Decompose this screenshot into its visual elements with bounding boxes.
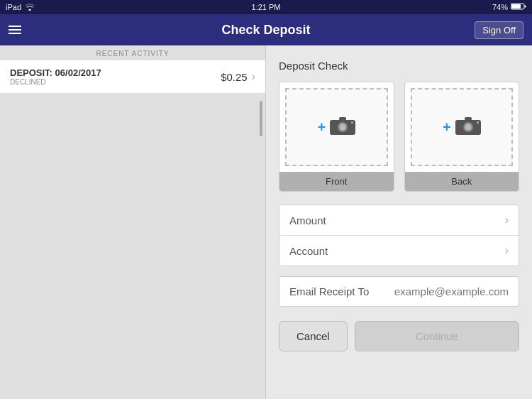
svg-rect-11 xyxy=(465,117,472,121)
chevron-right-icon: › xyxy=(252,70,255,83)
back-photo-card[interactable]: + Back xyxy=(404,82,520,192)
right-panel: Deposit Check + xyxy=(266,45,532,399)
account-chevron-icon: › xyxy=(505,244,509,257)
back-upload-area[interactable]: + xyxy=(411,88,514,166)
plus-icon: + xyxy=(317,119,326,136)
menu-button[interactable] xyxy=(9,26,21,34)
cancel-button[interactable]: Cancel xyxy=(279,321,348,351)
svg-rect-6 xyxy=(339,117,346,121)
continue-button[interactable]: Continue xyxy=(355,321,519,351)
deposit-text: DEPOSIT: xyxy=(10,67,52,78)
back-label: Back xyxy=(405,172,519,191)
fields-group: Amount › Account › xyxy=(279,204,519,266)
back-camera-icon xyxy=(455,115,481,140)
front-label: Front xyxy=(279,172,394,191)
deposit-date: 06/02/2017 xyxy=(55,67,101,78)
email-field[interactable]: Email Receipt To xyxy=(279,276,519,307)
main-layout: RECENT ACTIVITY DEPOSIT: 06/02/2017 DECL… xyxy=(0,45,532,399)
photo-row: + Front xyxy=(279,82,519,192)
action-row: Cancel Continue xyxy=(279,321,519,351)
activity-item[interactable]: DEPOSIT: 06/02/2017 DECLINED $0.25 › xyxy=(0,60,265,94)
carrier-label: iPad xyxy=(6,3,21,11)
status-right: 74% xyxy=(492,3,526,11)
signoff-button[interactable]: Sign Off xyxy=(475,21,523,39)
deposit-check-title: Deposit Check xyxy=(279,60,519,72)
activity-status: DECLINED xyxy=(10,78,101,86)
front-upload-area[interactable]: + xyxy=(285,88,388,166)
amount-chevron-icon: › xyxy=(505,214,509,226)
status-time: 1:21 PM xyxy=(252,3,281,11)
email-input[interactable] xyxy=(369,285,509,297)
recent-activity-header: RECENT ACTIVITY xyxy=(0,45,265,60)
battery-icon xyxy=(511,3,526,11)
back-photo-icon: + xyxy=(443,115,481,140)
wifi-icon xyxy=(24,2,35,12)
account-label: Account xyxy=(289,245,328,257)
account-field[interactable]: Account › xyxy=(279,236,519,266)
activity-amount: $0.25 xyxy=(221,71,248,83)
svg-rect-2 xyxy=(511,4,521,9)
battery-percent: 74% xyxy=(492,3,508,11)
page-title: Check Deposit xyxy=(221,23,310,38)
status-left: iPad xyxy=(6,2,35,12)
camera-icon xyxy=(330,115,355,140)
left-panel: RECENT ACTIVITY DEPOSIT: 06/02/2017 DECL… xyxy=(0,45,266,399)
svg-rect-7 xyxy=(351,121,353,124)
front-photo-icon: + xyxy=(317,115,355,140)
email-label: Email Receipt To xyxy=(289,285,369,297)
amount-field[interactable]: Amount › xyxy=(279,205,519,236)
front-photo-card[interactable]: + Front xyxy=(279,82,394,192)
status-bar: iPad 1:21 PM 74% xyxy=(0,0,532,14)
svg-point-5 xyxy=(340,124,346,130)
back-plus-icon: + xyxy=(443,119,451,136)
nav-bar: Check Deposit Sign Off xyxy=(0,14,532,45)
svg-rect-1 xyxy=(525,6,526,8)
activity-info: DEPOSIT: 06/02/2017 DECLINED xyxy=(10,67,101,86)
activity-amount-row: $0.25 › xyxy=(221,70,255,83)
svg-point-10 xyxy=(465,124,471,130)
activity-deposit-label: DEPOSIT: 06/02/2017 xyxy=(10,67,101,78)
scroll-indicator xyxy=(260,101,262,136)
amount-label: Amount xyxy=(289,214,326,226)
svg-rect-12 xyxy=(477,121,479,124)
